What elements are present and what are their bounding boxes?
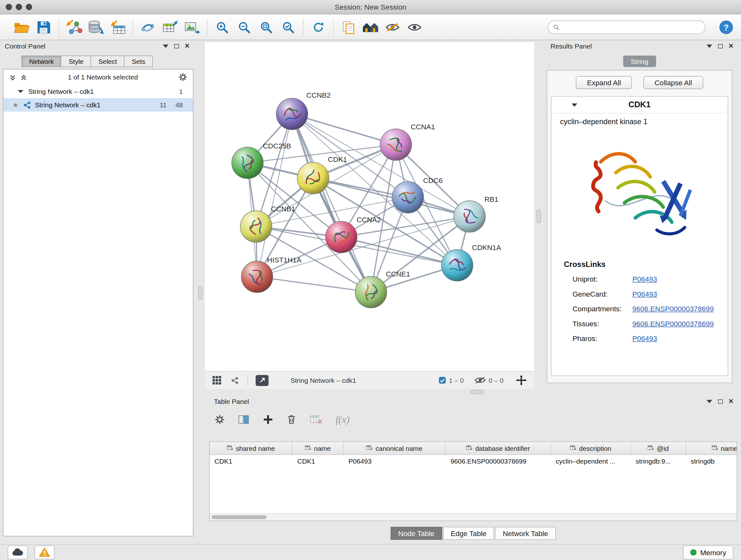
panel-float-icon[interactable] bbox=[718, 44, 723, 48]
horizontal-scrollbar[interactable] bbox=[210, 513, 737, 521]
node-HIST1H1A[interactable] bbox=[241, 261, 273, 293]
column-header-description[interactable]: description bbox=[551, 442, 631, 455]
node-CDC25B[interactable] bbox=[232, 147, 263, 179]
zoom-out-button[interactable] bbox=[233, 16, 255, 38]
show-columns-icon[interactable] bbox=[238, 415, 250, 425]
close-window-button[interactable] bbox=[6, 4, 12, 10]
collapse-all-button[interactable]: Collapse All bbox=[643, 76, 703, 89]
node-CCNB2[interactable] bbox=[276, 98, 308, 130]
node-CDC6[interactable] bbox=[392, 182, 424, 213]
function-builder-icon[interactable]: f(x) bbox=[336, 414, 350, 426]
column-header-canonicalname[interactable]: canonical name bbox=[344, 442, 446, 455]
panel-close-icon[interactable]: × bbox=[185, 43, 190, 49]
tab-sets[interactable]: Sets bbox=[124, 56, 153, 67]
clone-network-button[interactable] bbox=[137, 16, 159, 38]
crosslink-tissues[interactable]: 9606.ENSP00000378699 bbox=[632, 320, 714, 328]
minimize-window-button[interactable] bbox=[16, 4, 22, 10]
tab-select[interactable]: Select bbox=[91, 56, 125, 67]
edge-CCNB2-CCNA1[interactable] bbox=[292, 114, 396, 145]
import-network-file-button[interactable] bbox=[63, 16, 85, 38]
panel-close-icon[interactable]: × bbox=[729, 398, 733, 404]
hidden-eye-icon[interactable] bbox=[474, 376, 486, 384]
crosslink-genecard[interactable]: P06493 bbox=[632, 290, 657, 298]
add-column-icon[interactable] bbox=[263, 415, 273, 425]
zoom-selected-button[interactable] bbox=[277, 16, 299, 38]
expand-all-icon[interactable] bbox=[20, 73, 27, 81]
warnings-button[interactable] bbox=[35, 545, 55, 559]
cloud-button[interactable] bbox=[8, 545, 28, 559]
export-table-button[interactable] bbox=[159, 16, 181, 38]
crosslink-pharos[interactable]: P06493 bbox=[632, 334, 657, 343]
column-header-sharedname[interactable]: shared name bbox=[210, 442, 293, 455]
refresh-network-button[interactable] bbox=[307, 16, 329, 38]
table-cell[interactable]: 9606.ENSP00000378699 bbox=[446, 455, 551, 468]
panel-float-icon[interactable] bbox=[174, 44, 179, 48]
collection-disclosure-icon[interactable] bbox=[18, 90, 23, 93]
zoom-fit-button[interactable] bbox=[255, 16, 277, 38]
tab-style[interactable]: Style bbox=[61, 56, 91, 67]
selected-checkbox-icon[interactable] bbox=[439, 376, 446, 384]
collapse-all-icon[interactable] bbox=[9, 73, 17, 81]
tab-network[interactable]: Network bbox=[22, 56, 62, 67]
import-network-database-button[interactable] bbox=[85, 16, 107, 38]
save-session-button[interactable] bbox=[32, 16, 55, 38]
gear-icon[interactable] bbox=[179, 73, 187, 81]
edge-CCNB2-CCNE1[interactable] bbox=[292, 114, 371, 292]
section-disclosure-icon[interactable] bbox=[571, 103, 577, 107]
column-header-namespace[interactable]: namespace bbox=[686, 442, 738, 455]
node-CCNB1[interactable] bbox=[240, 211, 272, 242]
right-splitter-handle[interactable] bbox=[537, 210, 541, 223]
crosslink-uniprot[interactable]: P06493 bbox=[632, 275, 657, 283]
edge-CCNB2-HIST1H1A[interactable] bbox=[257, 114, 292, 277]
show-all-button[interactable] bbox=[404, 16, 426, 38]
node-RB1[interactable] bbox=[454, 201, 485, 233]
table-cell[interactable]: P06493 bbox=[344, 455, 446, 468]
panel-close-icon[interactable]: × bbox=[729, 43, 733, 49]
graph-icon[interactable] bbox=[231, 376, 239, 384]
hide-selected-button[interactable] bbox=[382, 16, 404, 38]
column-header-id[interactable]: @id bbox=[631, 442, 686, 455]
panel-float-icon[interactable] bbox=[718, 399, 723, 403]
table-cell[interactable]: stringdb bbox=[686, 455, 738, 468]
scrollbar-thumb[interactable] bbox=[212, 515, 267, 519]
export-image-button[interactable] bbox=[181, 16, 203, 38]
open-session-button[interactable] bbox=[10, 16, 32, 38]
node-CDKN1A[interactable] bbox=[441, 250, 473, 281]
help-button[interactable]: ? bbox=[719, 20, 733, 37]
table-row[interactable]: CDK1CDK1P064939606.ENSP00000378699cyclin… bbox=[210, 455, 737, 468]
duplicate-document-button[interactable] bbox=[338, 16, 360, 38]
tab-network-table[interactable]: Network Table bbox=[495, 527, 556, 540]
table-cell[interactable]: CDK1 bbox=[293, 455, 344, 468]
panel-menu-icon[interactable] bbox=[706, 44, 712, 48]
table-cell[interactable]: cyclin–dependent ... bbox=[551, 455, 631, 468]
node-CCNA1[interactable] bbox=[380, 129, 412, 161]
gene-section-header[interactable]: CDK1 bbox=[551, 97, 728, 114]
tab-edge-table[interactable]: Edge Table bbox=[443, 527, 494, 540]
expand-all-button[interactable]: Expand All bbox=[576, 76, 632, 89]
maximize-window-button[interactable] bbox=[26, 4, 32, 10]
network-collection-row[interactable]: String Network – cdk1 1 bbox=[3, 85, 193, 98]
crosslink-compartments[interactable]: 9606.ENSP00000378699 bbox=[632, 305, 714, 313]
left-splitter-handle[interactable] bbox=[198, 287, 203, 300]
search-input[interactable] bbox=[562, 23, 705, 32]
panel-menu-icon[interactable] bbox=[163, 44, 169, 48]
column-header-databaseidentifier[interactable]: database identifier bbox=[446, 442, 551, 455]
network-canvas[interactable]: CCNB2CCNA1CDC25BCDK1CDC6RB1CCNB1CCNA2CDK… bbox=[205, 42, 534, 371]
memory-button[interactable]: Memory bbox=[683, 545, 733, 559]
edge-RB1-HIST1H1A[interactable] bbox=[257, 216, 470, 277]
node-CDK1[interactable] bbox=[297, 163, 329, 194]
panel-menu-icon[interactable] bbox=[706, 400, 712, 403]
node-CCNA2[interactable] bbox=[326, 221, 357, 253]
zoom-in-button[interactable] bbox=[211, 16, 233, 38]
show-neighborhood-button[interactable] bbox=[360, 16, 382, 38]
open-in-window-button[interactable] bbox=[256, 375, 269, 386]
node-CCNE1[interactable] bbox=[355, 276, 387, 308]
column-header-name[interactable]: name bbox=[293, 442, 344, 455]
pan-crosshair-icon[interactable] bbox=[516, 375, 527, 386]
table-settings-gear-icon[interactable] bbox=[215, 415, 225, 424]
network-row-selected[interactable]: String Network – cdk1 11 48 bbox=[3, 98, 193, 112]
edge-HIST1H1A-CCNE1[interactable] bbox=[257, 277, 371, 292]
table-cell[interactable]: CDK1 bbox=[210, 455, 293, 468]
tab-node-table[interactable]: Node Table bbox=[391, 527, 442, 540]
import-table-file-button[interactable] bbox=[107, 16, 129, 38]
